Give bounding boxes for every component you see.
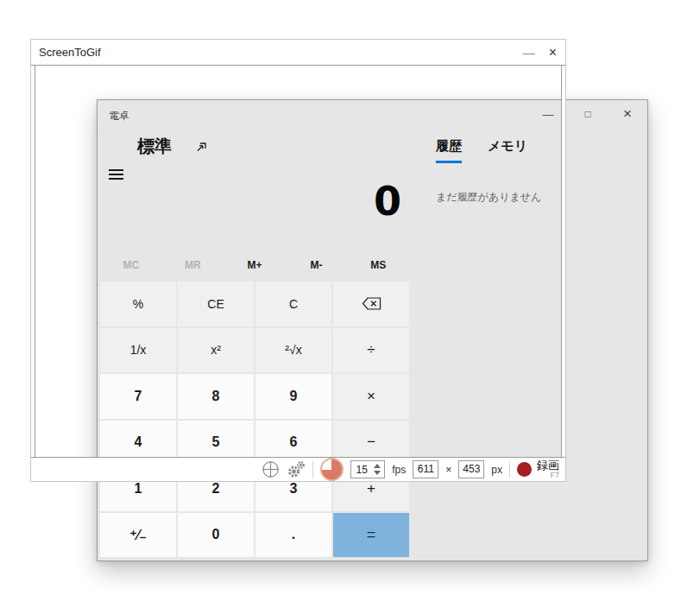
decimal-key[interactable]: . — [255, 513, 331, 558]
screentogif-window: ScreenToGif — × — [30, 39, 566, 482]
screentogif-title: ScreenToGif — [39, 46, 101, 59]
screentogif-toolbar: 15 fps 611 × 453 px 録画 F7 — [31, 457, 565, 481]
fps-spinner[interactable]: 15 — [350, 460, 385, 478]
toolbar-separator — [312, 461, 313, 478]
toolbar-separator — [509, 461, 510, 478]
negate-key[interactable]: ⁺⁄₋ — [100, 513, 176, 558]
settings-gears-icon[interactable] — [287, 460, 306, 479]
fps-increase-arrow[interactable] — [374, 464, 381, 468]
frame-right-edge[interactable] — [561, 66, 565, 457]
recording-area — [35, 66, 561, 457]
crosshair-icon[interactable] — [262, 460, 280, 478]
fps-spinner-arrows — [372, 464, 384, 475]
record-shortcut: F7 — [550, 472, 559, 479]
calculator-maximize-button[interactable]: □ — [568, 100, 608, 128]
screentogif-frame-middle — [31, 66, 565, 457]
screentogif-window-controls: — × — [523, 40, 557, 66]
width-input[interactable]: 611 — [413, 460, 438, 478]
fps-label: fps — [392, 464, 406, 476]
record-button-text: 録画 F7 — [537, 459, 559, 479]
px-label: px — [491, 464, 502, 476]
fps-decrease-arrow[interactable] — [374, 471, 381, 475]
screentogif-titlebar: ScreenToGif — × — [31, 40, 565, 66]
screentogif-close-button[interactable]: × — [549, 45, 557, 60]
record-label: 録画 — [537, 459, 559, 471]
dimension-separator: × — [445, 464, 451, 476]
desktop: 電卓 — □ × 標準 履歴 メモリ まだ履歴がありません 0 MC MR M+… — [0, 0, 700, 608]
record-button[interactable]: 録画 F7 — [517, 459, 559, 479]
record-dot-icon — [517, 462, 532, 477]
screentogif-minimize-button[interactable]: — — [523, 46, 535, 60]
height-input[interactable]: 453 — [458, 460, 484, 478]
record-delay-pie-icon[interactable] — [320, 458, 344, 481]
equals-key[interactable]: = — [333, 513, 409, 558]
calculator-close-button[interactable]: × — [608, 100, 647, 128]
digit-0-key[interactable]: 0 — [178, 513, 254, 558]
fps-input[interactable]: 15 — [351, 464, 372, 476]
